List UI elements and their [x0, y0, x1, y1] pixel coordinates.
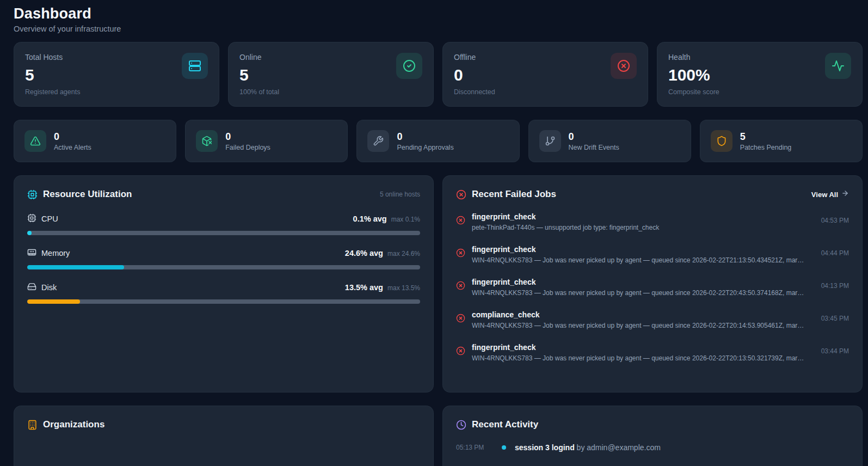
- activity-list: 05:13 PM session 3 logind by admin@examp…: [456, 443, 849, 452]
- resource-max: max 13.5%: [387, 284, 420, 292]
- panel-title: Resource Utilization: [43, 189, 132, 200]
- failed-job-row[interactable]: fingerprint_check WIN-4RNQLKKS783 — Job …: [456, 342, 849, 362]
- resource-row-memory: Memory 24.6% avg max 24.6%: [27, 248, 420, 269]
- failed-job-row[interactable]: fingerprint_check WIN-4RNQLKKS783 — Job …: [456, 277, 849, 297]
- disk-usage-bar: [27, 299, 420, 304]
- mini-card-patches-pending: 5 Patches Pending: [700, 120, 863, 162]
- job-name: fingerprint_check: [472, 244, 809, 254]
- view-all-label: View All: [811, 191, 838, 199]
- check-circle-icon: [396, 53, 422, 79]
- resource-name: Memory: [41, 249, 70, 257]
- x-circle-icon: [456, 346, 465, 355]
- mini-value: 0: [397, 131, 453, 142]
- online-hosts-note: 5 online hosts: [380, 191, 420, 198]
- cpu-icon: [27, 189, 38, 200]
- mini-value: 0: [225, 131, 270, 142]
- building-icon: [27, 420, 38, 430]
- x-circle-icon: [456, 314, 465, 323]
- stat-card-offline: Offline 0 Disconnected: [442, 42, 648, 107]
- resource-list: CPU 0.1% avg max 0.1%: [27, 213, 420, 304]
- mini-value: 0: [54, 131, 91, 142]
- shield-icon: [711, 130, 732, 152]
- job-detail: WIN-4RNQLKKS783 — Job was never picked u…: [472, 322, 809, 329]
- memory-usage-bar: [27, 265, 420, 269]
- job-time: 03:45 PM: [821, 315, 849, 322]
- stat-label: Health: [668, 53, 719, 62]
- mini-value: 0: [569, 131, 619, 142]
- failed-job-row[interactable]: fingerprint_check WIN-4RNQLKKS783 — Job …: [456, 244, 849, 264]
- resource-avg: 0.1% avg: [353, 214, 387, 223]
- job-name: fingerprint_check: [472, 212, 809, 222]
- organizations-panel: Organizations: [14, 406, 434, 466]
- recent-activity-panel: Recent Activity 05:13 PM session 3 login…: [442, 406, 863, 466]
- clock-icon: [456, 420, 466, 430]
- failed-job-row[interactable]: compliance_check WIN-4RNQLKKS783 — Job w…: [456, 310, 849, 329]
- x-circle-icon: [456, 189, 466, 200]
- cpu-icon: [27, 213, 36, 224]
- mini-value: 5: [740, 131, 792, 142]
- stat-label: Online: [239, 53, 279, 62]
- stat-label: Total Hosts: [25, 53, 80, 62]
- resource-avg: 24.6% avg: [345, 249, 383, 257]
- alert-triangle-icon: [24, 130, 46, 152]
- resource-name: Disk: [41, 283, 57, 292]
- page-title: Dashboard: [14, 5, 863, 22]
- panel-title: Recent Activity: [472, 419, 538, 430]
- activity-row: 05:13 PM session 3 logind by admin@examp…: [456, 443, 849, 452]
- job-time: 04:53 PM: [821, 217, 849, 224]
- bottom-panels-row: Organizations Recent Activity 05:13 PM: [14, 406, 863, 466]
- stat-card-health: Health 100% Composite score: [657, 42, 863, 107]
- arrow-right-icon: [841, 189, 849, 199]
- job-detail: WIN-4RNQLKKS783 — Job was never picked u…: [472, 354, 809, 362]
- stat-caption: Disconnected: [454, 88, 495, 96]
- resource-name: CPU: [41, 214, 58, 223]
- stat-value: 5: [239, 66, 279, 84]
- disk-usage-bar-fill: [27, 299, 80, 304]
- stat-caption: 100% of total: [239, 88, 279, 96]
- stat-value: 0: [454, 66, 495, 84]
- package-x-icon: [196, 130, 218, 152]
- dashboard-page: Dashboard Overview of your infrastructur…: [0, 0, 868, 466]
- x-circle-icon: [456, 248, 465, 257]
- recent-failed-jobs-panel: Recent Failed Jobs View All fingerprint_…: [442, 175, 863, 393]
- stat-card-total-hosts: Total Hosts 5 Registered agents: [14, 42, 219, 107]
- resource-row-cpu: CPU 0.1% avg max 0.1%: [27, 213, 420, 235]
- mini-cards-row: 0 Active Alerts 0 Failed Deploys 0 Pendi…: [14, 120, 863, 162]
- failed-jobs-list: fingerprint_check pete-ThinkPad-T440s — …: [456, 212, 849, 362]
- view-all-button[interactable]: View All: [811, 189, 849, 199]
- mini-label: Pending Approvals: [397, 144, 453, 151]
- page-subtitle: Overview of your infrastructure: [14, 23, 863, 34]
- mini-label: Active Alerts: [54, 144, 91, 151]
- mini-label: Patches Pending: [740, 144, 792, 151]
- cpu-usage-bar: [27, 231, 420, 235]
- job-detail: pete-ThinkPad-T440s — unsupported job ty…: [472, 224, 809, 231]
- job-time: 04:44 PM: [821, 249, 849, 257]
- activity-icon: [825, 53, 851, 79]
- stat-label: Offline: [454, 53, 495, 62]
- job-name: fingerprint_check: [472, 277, 809, 287]
- job-name: compliance_check: [472, 310, 809, 320]
- job-detail: WIN-4RNQLKKS783 — Job was never picked u…: [472, 256, 809, 264]
- mini-card-pending-approvals: 0 Pending Approvals: [356, 120, 519, 162]
- resource-max: max 0.1%: [391, 216, 420, 223]
- failed-job-row[interactable]: fingerprint_check pete-ThinkPad-T440s — …: [456, 212, 849, 231]
- panel-title: Recent Failed Jobs: [472, 189, 556, 200]
- activity-by: by admin@example.com: [577, 443, 661, 452]
- x-circle-icon: [456, 216, 465, 225]
- job-time: 03:44 PM: [821, 347, 849, 355]
- job-name: fingerprint_check: [472, 342, 809, 352]
- x-circle-icon: [456, 281, 465, 290]
- activity-event: session 3 logind: [515, 443, 575, 452]
- wrench-icon: [367, 130, 389, 152]
- memory-icon: [27, 248, 36, 259]
- activity-dot: [502, 445, 506, 450]
- stat-cards-row: Total Hosts 5 Registered agents Online 5…: [14, 42, 863, 107]
- stat-caption: Composite score: [668, 88, 719, 96]
- x-circle-icon: [611, 53, 637, 79]
- stat-value: 100%: [668, 66, 719, 84]
- main-panels-row: Resource Utilization 5 online hosts CPU …: [14, 175, 863, 393]
- stat-value: 5: [25, 66, 80, 84]
- resource-max: max 24.6%: [387, 250, 420, 257]
- resource-row-disk: Disk 13.5% avg max 13.5%: [27, 282, 420, 304]
- mini-card-new-drift-events: 0 New Drift Events: [528, 120, 691, 162]
